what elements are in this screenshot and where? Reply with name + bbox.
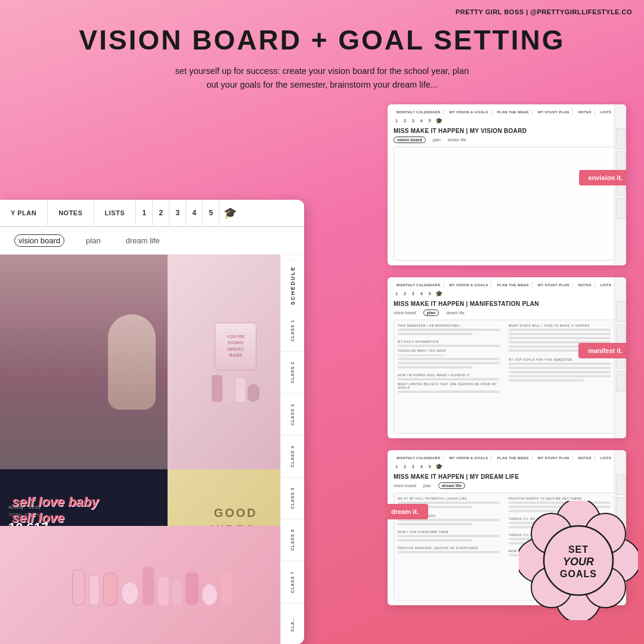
collage-area: THAT GLOW THO. YOU'RE DOING GREAT, BABE — [0, 255, 304, 644]
tab-num-5[interactable]: 5 — [203, 200, 219, 226]
candle-text: YOU'RE DOING GREAT, BABE — [220, 334, 251, 359]
card1-num2[interactable]: 2 — [402, 117, 408, 124]
card1-tabs: MONTHLY CALENDARS MY VISION & GOALS PLAN… — [394, 109, 620, 124]
graduation-cap-icon: 🎓 — [219, 200, 241, 226]
card2-nav-vision[interactable]: vision board — [394, 311, 416, 315]
tab-notes[interactable]: NOTES — [48, 200, 94, 226]
card3-nav-vision[interactable]: vision board — [394, 484, 416, 488]
card2-num5[interactable]: 5 — [427, 290, 433, 297]
vision-board-preview-card: MONTHLY CALENDARS MY VISION & GOALS PLAN… — [388, 104, 626, 265]
card1-num1[interactable]: 1 — [394, 117, 400, 124]
class-6-tab[interactable]: CLASS 6 — [281, 519, 304, 561]
card3-nav: vision board plan dream life — [394, 482, 620, 489]
schedule-tabs: SCHEDULE CLASS 1 CLASS 2 CLASS 3 CLASS 4… — [280, 255, 304, 644]
card1-num4[interactable]: 4 — [419, 117, 425, 124]
card3-num5[interactable]: 5 — [427, 463, 433, 470]
class-4-tab[interactable]: CLASS 4 — [281, 435, 304, 477]
card1-tab-monthly[interactable]: MONTHLY CALENDARS — [394, 109, 444, 115]
card3-num3[interactable]: 3 — [410, 463, 416, 470]
card1-tab-plan[interactable]: PLAN THE WEEK — [494, 109, 532, 115]
card2-tab-monthly[interactable]: MONTHLY CALENDARS — [394, 282, 444, 288]
card1-tab-lists[interactable]: LISTS — [597, 109, 615, 115]
card2-num4[interactable]: 4 — [419, 290, 425, 297]
card1-nav-dream[interactable]: dream life — [448, 138, 466, 142]
class-3-tab[interactable]: CLASS 3 — [281, 394, 304, 435]
card3-nav-plan[interactable]: plan — [423, 484, 431, 488]
class-5-tab[interactable]: CLASS 5 — [281, 478, 304, 519]
left-planner-panel: Y PLAN NOTES LISTS 1 2 3 4 5 🎓 vision bo… — [0, 200, 304, 644]
card3-tab-lists[interactable]: LISTS — [597, 455, 615, 461]
card3-title: MISS MAKE IT HAPPEN | MY DREAM LIFE — [394, 473, 620, 480]
card2-tab-lists[interactable]: LISTS — [597, 282, 615, 288]
card2-left-col: THIS SEMESTER I AM MANIFESTING: MY DAILY… — [398, 324, 505, 429]
class-2-tab[interactable]: CLASS 2 — [281, 352, 304, 394]
set-your-goals-badge: SET YOUR GOALS — [519, 501, 638, 620]
card2-num1[interactable]: 1 — [394, 290, 400, 297]
tab-num-1[interactable]: 1 — [136, 200, 153, 226]
brand-topbar: PRETTY GIRL BOSS | @PRETTYGIRLLIFESTYLE.… — [456, 8, 632, 16]
card2-title: MISS MAKE IT HAPPEN | MANIFESTATION PLAN — [394, 301, 620, 307]
card3-tabs: MONTHLY CALENDARS MY VISION & GOALS PLAN… — [394, 455, 620, 470]
svg-text:GOALS: GOALS — [560, 569, 597, 579]
flower-svg: SET YOUR GOALS — [519, 501, 638, 620]
card1-title: MISS MAKE IT HAPPEN | MY VISION BOARD — [394, 128, 620, 134]
card3-num2[interactable]: 2 — [402, 463, 408, 470]
brand-text: PRETTY GIRL BOSS | @PRETTYGIRLLIFESTYLE.… — [456, 8, 632, 16]
card2-tabs: MONTHLY CALENDARS MY VISION & GOALS PLAN… — [394, 282, 620, 297]
tab-y-plan[interactable]: Y PLAN — [0, 200, 48, 226]
card2-nav-dream[interactable]: dream life — [446, 311, 465, 315]
envision-it-badge: envision it. — [579, 170, 626, 185]
card3-num4[interactable]: 4 — [419, 463, 425, 470]
card1-nav-vision[interactable]: vision board — [394, 137, 426, 143]
card3-tab-vision[interactable]: MY VISION & GOALS — [446, 455, 491, 461]
card3-tab-monthly[interactable]: MONTHLY CALENDARS — [394, 455, 444, 461]
tab-num-4[interactable]: 4 — [186, 200, 203, 226]
card2-tab-plan[interactable]: PLAN THE WEEK — [494, 282, 532, 288]
tab-lists[interactable]: LISTS — [94, 200, 137, 226]
svg-text:SET: SET — [568, 544, 589, 555]
card2-tab-vision[interactable]: MY VISION & GOALS — [446, 282, 491, 288]
card2-num2[interactable]: 2 — [402, 290, 408, 297]
card2-num3[interactable]: 3 — [410, 290, 416, 297]
page-subtitle: set yourself up for success: create your… — [113, 64, 531, 92]
card1-content — [394, 147, 620, 261]
collage-products-bottom — [0, 526, 304, 644]
schedule-label: SCHEDULE — [290, 261, 296, 310]
tab-bar[interactable]: Y PLAN NOTES LISTS 1 2 3 4 5 🎓 — [0, 200, 304, 227]
card2-nav-plan[interactable]: plan — [423, 309, 439, 316]
card3-tab-plan[interactable]: PLAN THE WEEK — [494, 455, 532, 461]
card1-tab-notes[interactable]: NOTES — [575, 109, 595, 115]
card2-content: THIS SEMESTER I AM MANIFESTING: MY DAILY… — [394, 320, 620, 434]
self-love-text: self love babyself love — [12, 494, 99, 526]
class-more-tab[interactable]: CLA... — [281, 603, 304, 644]
card3-tab-notes[interactable]: NOTES — [575, 455, 595, 461]
card2-nav: vision board plan dream life — [394, 309, 620, 316]
card2-tab-study[interactable]: MY STUDY PLAN — [535, 282, 573, 288]
collage-img-woman — [0, 255, 168, 469]
nav-plan[interactable]: plan — [82, 235, 104, 246]
tab-num-2[interactable]: 2 — [153, 200, 169, 226]
dream-it-badge: dream it. — [388, 504, 428, 519]
card2-right-col: WHAT STEPS WILL I TAKE TO MAKE IT HAPPEN… — [509, 324, 616, 429]
card1-num3[interactable]: 3 — [410, 117, 416, 124]
card2-tab-notes[interactable]: NOTES — [575, 282, 595, 288]
nav-dream-life[interactable]: dream life — [122, 235, 163, 246]
card1-nav-plan[interactable]: plan — [433, 138, 441, 142]
tab-num-3[interactable]: 3 — [169, 200, 186, 226]
svg-text:YOUR: YOUR — [563, 556, 594, 568]
card1-num5[interactable]: 5 — [427, 117, 433, 124]
class-7-tab[interactable]: CLASS 7 — [281, 561, 304, 603]
manifestation-preview-card: MONTHLY CALENDARS MY VISION & GOALS PLAN… — [388, 277, 626, 438]
nav-vision-board[interactable]: vision board — [14, 234, 64, 247]
card1-tab-vision[interactable]: MY VISION & GOALS — [446, 109, 491, 115]
card3-nav-dream[interactable]: dream life — [438, 482, 465, 489]
manifest-it-badge: manifest it. — [578, 343, 626, 358]
card3-num1[interactable]: 1 — [394, 463, 400, 470]
card1-tab-study[interactable]: MY STUDY PLAN — [535, 109, 573, 115]
card3-tab-study[interactable]: MY STUDY PLAN — [535, 455, 573, 461]
card1-nav: vision board plan dream life — [394, 137, 620, 143]
vision-board-nav: vision board plan dream life — [0, 227, 304, 255]
page-title: VISION BOARD + GOAL SETTING — [0, 24, 644, 56]
class-1-tab[interactable]: CLASS 1 — [281, 310, 304, 352]
header-section: VISION BOARD + GOAL SETTING set yourself… — [0, 24, 644, 92]
